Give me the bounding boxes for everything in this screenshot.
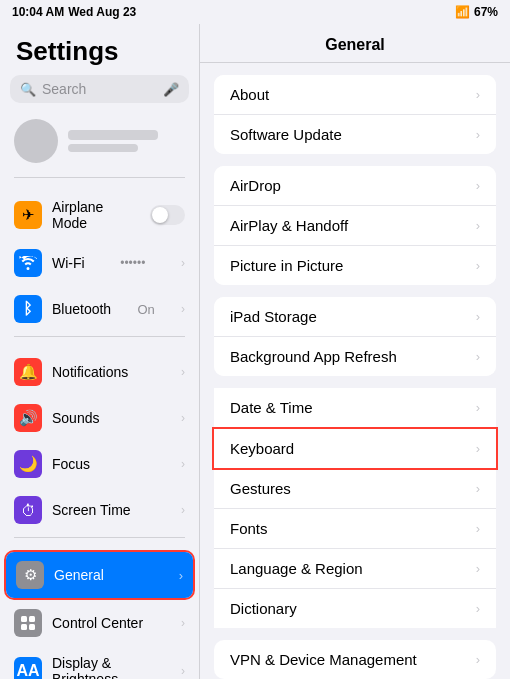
divider-2 [14, 336, 185, 337]
row-software-update[interactable]: Software Update › [214, 115, 496, 154]
svg-rect-3 [29, 624, 35, 630]
divider-1 [14, 177, 185, 178]
keyboard-arrow: › [476, 441, 480, 456]
mic-icon: 🎤 [163, 82, 179, 97]
general-arrow: › [179, 568, 183, 583]
sidebar-item-focus[interactable]: 🌙 Focus › [0, 441, 199, 487]
focus-arrow: › [181, 457, 185, 471]
airdrop-arrow: › [476, 178, 480, 193]
vpn-arrow: › [476, 652, 480, 667]
status-bar: 10:04 AM Wed Aug 23 📶 67% [0, 0, 510, 24]
screen-time-icon: ⏱ [14, 496, 42, 524]
settings-group-5: VPN & Device Management › [214, 640, 496, 679]
wifi-icon: 📶 [455, 5, 470, 19]
row-airdrop[interactable]: AirDrop › [214, 166, 496, 206]
bluetooth-label: Bluetooth [52, 301, 111, 317]
search-icon: 🔍 [20, 82, 36, 97]
notifications-icon: 🔔 [14, 358, 42, 386]
status-date: Wed Aug 23 [68, 5, 136, 19]
display-brightness-arrow: › [181, 664, 185, 678]
general-label: General [54, 567, 104, 583]
row-airplay-handoff[interactable]: AirPlay & Handoff › [214, 206, 496, 246]
main-layout: Settings 🔍 Search 🎤 ✈ Airplane Mode [0, 24, 510, 679]
wifi-arrow: › [181, 256, 185, 270]
avatar-name [68, 130, 158, 140]
sounds-label: Sounds [52, 410, 99, 426]
row-fonts[interactable]: Fonts › [214, 509, 496, 549]
ipad-storage-arrow: › [476, 309, 480, 324]
wifi-label: Wi-Fi [52, 255, 85, 271]
sidebar-item-sounds[interactable]: 🔊 Sounds › [0, 395, 199, 441]
dictionary-arrow: › [476, 601, 480, 616]
settings-group-4: Date & Time › Keyboard › Gestures › Font… [214, 388, 496, 628]
row-language-region[interactable]: Language & Region › [214, 549, 496, 589]
row-gestures[interactable]: Gestures › [214, 469, 496, 509]
settings-group-2: AirDrop › AirPlay & Handoff › Picture in… [214, 166, 496, 285]
focus-icon: 🌙 [14, 450, 42, 478]
screen-time-arrow: › [181, 503, 185, 517]
control-center-arrow: › [181, 616, 185, 630]
avatar-row[interactable] [0, 113, 199, 173]
focus-label: Focus [52, 456, 90, 472]
settings-group-3: iPad Storage › Background App Refresh › [214, 297, 496, 376]
svg-rect-0 [21, 616, 27, 622]
pip-arrow: › [476, 258, 480, 273]
sidebar-item-airplane-mode[interactable]: ✈ Airplane Mode [0, 190, 199, 240]
about-arrow: › [476, 87, 480, 102]
sidebar-item-bluetooth[interactable]: ᛒ Bluetooth On › [0, 286, 199, 332]
sounds-icon: 🔊 [14, 404, 42, 432]
control-center-label: Control Center [52, 615, 143, 631]
sidebar-item-general[interactable]: ⚙ General › [6, 552, 193, 598]
airplay-arrow: › [476, 218, 480, 233]
bluetooth-value: On [137, 302, 154, 317]
general-icon: ⚙ [16, 561, 44, 589]
display-brightness-icon: AA [14, 657, 42, 679]
row-date-time[interactable]: Date & Time › [214, 388, 496, 428]
search-placeholder: Search [42, 81, 86, 97]
software-update-arrow: › [476, 127, 480, 142]
language-arrow: › [476, 561, 480, 576]
bg-refresh-arrow: › [476, 349, 480, 364]
row-about[interactable]: About › [214, 75, 496, 115]
sounds-arrow: › [181, 411, 185, 425]
notifications-label: Notifications [52, 364, 128, 380]
wifi-value: •••••• [120, 256, 145, 270]
sidebar-item-wifi[interactable]: Wi-Fi •••••• › [0, 240, 199, 286]
airplane-mode-label: Airplane Mode [52, 199, 140, 231]
airplane-toggle[interactable] [150, 205, 185, 225]
right-panel: General About › Software Update › AirDro… [200, 24, 510, 679]
notifications-arrow: › [181, 365, 185, 379]
display-brightness-label: Display & Brightness [52, 655, 171, 679]
status-right: 📶 67% [455, 5, 498, 19]
bluetooth-arrow: › [181, 302, 185, 316]
battery-display: 67% [474, 5, 498, 19]
row-ipad-storage[interactable]: iPad Storage › [214, 297, 496, 337]
row-background-app-refresh[interactable]: Background App Refresh › [214, 337, 496, 376]
right-header: General [200, 24, 510, 63]
sidebar-item-screen-time[interactable]: ⏱ Screen Time › [0, 487, 199, 533]
bluetooth-icon: ᛒ [14, 295, 42, 323]
sidebar-item-notifications[interactable]: 🔔 Notifications › [0, 349, 199, 395]
wifi-icon [14, 249, 42, 277]
row-keyboard[interactable]: Keyboard › [212, 427, 498, 470]
svg-rect-2 [21, 624, 27, 630]
avatar-sub [68, 144, 138, 152]
divider-3 [14, 537, 185, 538]
sidebar-title: Settings [0, 24, 199, 75]
search-box[interactable]: 🔍 Search 🎤 [10, 75, 189, 103]
row-vpn[interactable]: VPN & Device Management › [214, 640, 496, 679]
sidebar: Settings 🔍 Search 🎤 ✈ Airplane Mode [0, 24, 200, 679]
sidebar-item-control-center[interactable]: Control Center › [0, 600, 199, 646]
status-time: 10:04 AM [12, 5, 64, 19]
fonts-arrow: › [476, 521, 480, 536]
control-center-icon [14, 609, 42, 637]
right-title: General [325, 36, 385, 53]
airplane-mode-icon: ✈ [14, 201, 42, 229]
row-picture-in-picture[interactable]: Picture in Picture › [214, 246, 496, 285]
status-left: 10:04 AM Wed Aug 23 [12, 5, 136, 19]
settings-group-1: About › Software Update › [214, 75, 496, 154]
sidebar-item-display-brightness[interactable]: AA Display & Brightness › [0, 646, 199, 679]
row-dictionary[interactable]: Dictionary › [214, 589, 496, 628]
date-time-arrow: › [476, 400, 480, 415]
svg-rect-1 [29, 616, 35, 622]
